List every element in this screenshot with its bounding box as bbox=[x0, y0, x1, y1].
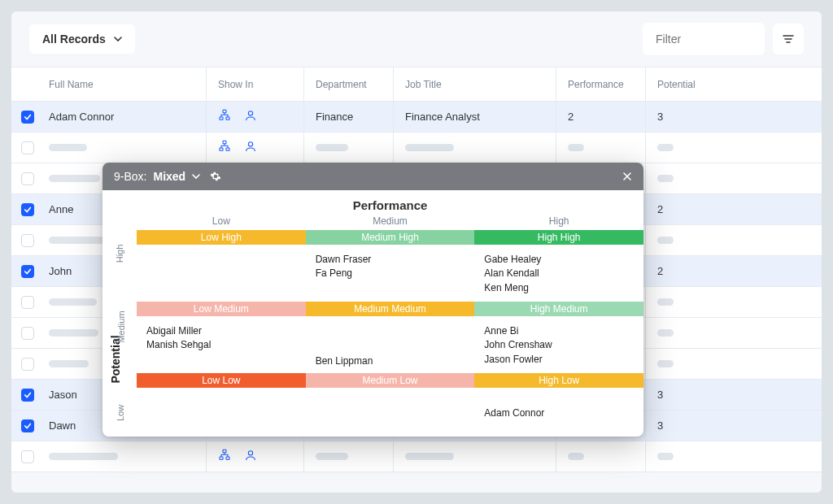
app-frame: All Records Full Name Show In Department… bbox=[11, 11, 822, 493]
ninebox-cell-body: Anne BiJohn CrenshawJason Fowler bbox=[474, 316, 643, 373]
row-checkbox[interactable] bbox=[21, 419, 34, 432]
col-header-perf[interactable]: Performance bbox=[556, 67, 646, 101]
row-checkbox[interactable] bbox=[21, 111, 34, 124]
ninebox-cell-header: Low High bbox=[137, 230, 306, 245]
svg-rect-29 bbox=[220, 457, 223, 459]
ninebox-cell-header: Medium Medium bbox=[306, 302, 475, 316]
filter-icon bbox=[782, 33, 795, 46]
svg-rect-1 bbox=[220, 117, 223, 119]
col-header-name[interactable]: Full Name bbox=[44, 67, 207, 101]
svg-rect-0 bbox=[223, 110, 226, 112]
ninebox-cell[interactable]: High HighGabe HealeyAlan KendallKen Meng bbox=[474, 230, 643, 302]
ninebox-person: Adam Connor bbox=[484, 406, 544, 420]
ninebox-x-labels: Low Medium High bbox=[137, 215, 643, 230]
toolbar-right bbox=[643, 23, 804, 55]
cell-job: Finance Analyst bbox=[394, 102, 556, 132]
ninebox-cell[interactable]: Medium HighDawn FraserFa Peng bbox=[306, 230, 475, 302]
records-dropdown[interactable]: All Records bbox=[29, 24, 135, 54]
ninebox-person: Gabe Healey bbox=[484, 253, 634, 267]
ninebox-title-mode: Mixed bbox=[153, 170, 185, 183]
ninebox-cell[interactable]: Medium Low bbox=[306, 373, 475, 425]
row-checkbox[interactable] bbox=[21, 358, 34, 371]
close-icon[interactable] bbox=[622, 172, 632, 181]
ninebox-person: Fa Peng bbox=[316, 267, 465, 280]
col-header-showin[interactable]: Show In bbox=[207, 67, 304, 101]
org-chart-icon[interactable] bbox=[218, 109, 231, 124]
ninebox-modal: 9-Box: Mixed Potential High Medium Low P… bbox=[102, 163, 643, 437]
records-label: All Records bbox=[42, 33, 106, 46]
row-checkbox[interactable] bbox=[21, 389, 34, 402]
ninebox-cell-header: High Medium bbox=[474, 302, 643, 316]
ninebox-cell-body bbox=[306, 388, 475, 425]
ninebox-person: Dawn Fraser bbox=[316, 253, 465, 267]
ninebox-cell-header: Medium High bbox=[306, 230, 475, 245]
col-header-job[interactable]: Job Title bbox=[394, 67, 556, 101]
gear-icon[interactable] bbox=[210, 171, 221, 182]
ninebox-person: Alan Kendall bbox=[484, 267, 634, 280]
ninebox-person: Ken Meng bbox=[484, 281, 634, 295]
svg-point-3 bbox=[248, 111, 252, 115]
ninebox-cell-body bbox=[137, 245, 306, 302]
person-icon[interactable] bbox=[244, 109, 257, 124]
table-row[interactable] bbox=[11, 441, 822, 472]
cell-potential: 3 bbox=[646, 380, 822, 410]
svg-rect-2 bbox=[226, 117, 229, 119]
filter-input[interactable] bbox=[643, 23, 765, 55]
ninebox-grid: Low HighMedium HighDawn FraserFa PengHig… bbox=[137, 230, 643, 425]
ninebox-cell-body: Abigail MillerManish Sehgal bbox=[137, 316, 306, 373]
ninebox-cell[interactable]: High LowAdam Connor bbox=[474, 373, 643, 425]
ninebox-person: Ben Lippman bbox=[316, 354, 373, 368]
svg-rect-30 bbox=[226, 457, 229, 459]
svg-rect-28 bbox=[223, 450, 226, 452]
row-checkbox[interactable] bbox=[21, 203, 34, 216]
cell-performance: 2 bbox=[556, 102, 646, 132]
row-checkbox[interactable] bbox=[21, 327, 34, 340]
person-icon[interactable] bbox=[244, 140, 257, 155]
col-header-pot[interactable]: Potential bbox=[646, 67, 822, 101]
row-checkbox[interactable] bbox=[21, 172, 34, 185]
ninebox-cell-header: High High bbox=[474, 230, 643, 245]
ninebox-cell-header: Low Low bbox=[137, 373, 306, 388]
row-checkbox[interactable] bbox=[21, 450, 34, 463]
row-checkbox[interactable] bbox=[21, 296, 34, 309]
ninebox-cell-header: Low Medium bbox=[137, 302, 306, 316]
svg-rect-6 bbox=[226, 148, 229, 150]
cell-department: Finance bbox=[304, 102, 394, 132]
ninebox-person: Jason Fowler bbox=[484, 353, 634, 367]
org-chart-icon[interactable] bbox=[218, 140, 231, 155]
svg-rect-5 bbox=[220, 148, 223, 150]
ninebox-cell-header: High Low bbox=[474, 373, 643, 388]
row-checkbox[interactable] bbox=[21, 234, 34, 247]
ninebox-cell[interactable]: High MediumAnne BiJohn CrenshawJason Fow… bbox=[474, 302, 643, 373]
ninebox-person: John Crenshaw bbox=[484, 338, 634, 352]
table-row[interactable]: Adam Connor Finance Finance Analyst 2 3 bbox=[11, 102, 822, 133]
col-header-dept[interactable]: Department bbox=[304, 67, 394, 101]
table-row[interactable] bbox=[11, 133, 822, 163]
ninebox-cell[interactable]: Low Low bbox=[137, 373, 306, 425]
ninebox-cell-body: Gabe HealeyAlan KendallKen Meng bbox=[474, 245, 643, 302]
org-chart-icon[interactable] bbox=[218, 449, 231, 464]
table-header-row: Full Name Show In Department Job Title P… bbox=[11, 67, 822, 102]
ninebox-cell-body: Ben Lippman bbox=[306, 316, 475, 373]
chevron-down-icon bbox=[114, 35, 122, 43]
ninebox-grid-wrap: Performance Low Medium High Low HighMedi… bbox=[137, 198, 643, 425]
x-label-low: Low bbox=[137, 215, 306, 230]
svg-point-7 bbox=[248, 142, 252, 146]
ninebox-title-prefix: 9-Box: bbox=[114, 170, 146, 183]
person-icon[interactable] bbox=[244, 449, 257, 464]
ninebox-cell[interactable]: Low High bbox=[137, 230, 306, 302]
row-checkbox[interactable] bbox=[21, 265, 34, 278]
ninebox-person: Anne Bi bbox=[484, 324, 634, 338]
filter-options-button[interactable] bbox=[773, 24, 804, 54]
ninebox-x-title: Performance bbox=[137, 198, 643, 212]
ninebox-cell-header: Medium Low bbox=[306, 373, 475, 388]
ninebox-cell[interactable]: Low MediumAbigail MillerManish Sehgal bbox=[137, 302, 306, 373]
ninebox-y-axis: Potential High Medium Low bbox=[102, 198, 137, 425]
ninebox-cell[interactable]: Medium MediumBen Lippman bbox=[306, 302, 475, 373]
row-checkbox[interactable] bbox=[21, 141, 34, 154]
y-label-medium: Medium bbox=[116, 311, 126, 342]
x-label-medium: Medium bbox=[306, 215, 475, 230]
cell-name: Adam Connor bbox=[44, 102, 207, 132]
ninebox-cell-body bbox=[137, 388, 306, 425]
chevron-down-icon[interactable] bbox=[192, 172, 200, 180]
